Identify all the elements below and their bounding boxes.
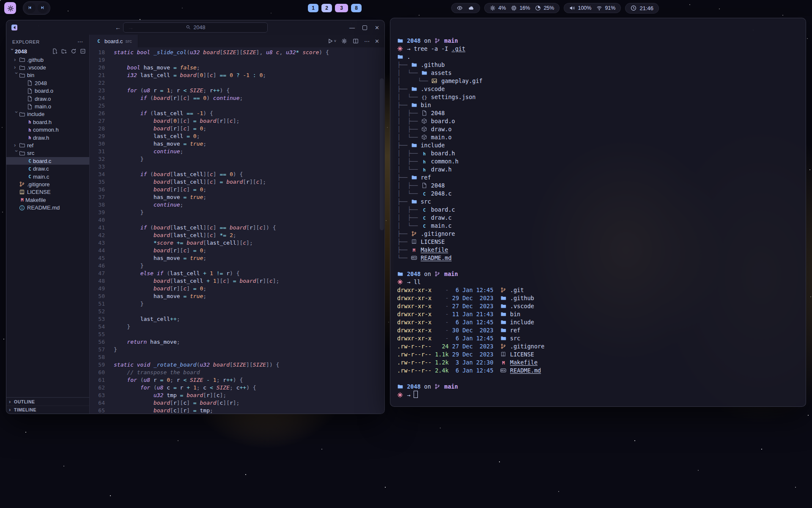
- line-number[interactable]: 48: [90, 277, 105, 285]
- code-line[interactable]: board[c][r] = tmp;: [114, 407, 329, 414]
- code-line[interactable]: has_move = true;: [114, 293, 329, 300]
- code-line[interactable]: [114, 56, 329, 64]
- code-line[interactable]: has_move = true;: [114, 193, 329, 201]
- explorer-item-draw.c[interactable]: Cdraw.c: [6, 165, 89, 172]
- code-line[interactable]: if (board[r][c] == 0) continue;: [114, 94, 329, 102]
- code-line[interactable]: board[last_cell + 1][c] = board[r][c];: [114, 277, 329, 285]
- weather-widget[interactable]: [451, 3, 480, 13]
- new-folder-button[interactable]: [61, 48, 67, 54]
- split-editor-button[interactable]: [353, 38, 359, 44]
- close-button[interactable]: ✕: [375, 25, 379, 31]
- line-number[interactable]: 60: [90, 369, 105, 376]
- code-line[interactable]: [114, 353, 329, 361]
- code-line[interactable]: }: [114, 209, 329, 216]
- code-line[interactable]: *score += board[last_cell][c];: [114, 239, 329, 247]
- line-number[interactable]: 41: [90, 224, 105, 232]
- line-number[interactable]: 64: [90, 399, 105, 407]
- line-number[interactable]: 32: [90, 155, 105, 163]
- code-line[interactable]: for (u8 r = 0; r < SIZE - 1; r++) {: [114, 376, 329, 384]
- code-line[interactable]: last_cell = 0;: [114, 133, 329, 140]
- line-number[interactable]: 37: [90, 193, 105, 201]
- line-number[interactable]: 20: [90, 64, 105, 72]
- line-number[interactable]: 31: [90, 148, 105, 155]
- line-number[interactable]: 58: [90, 353, 105, 361]
- line-number[interactable]: 29: [90, 133, 105, 140]
- code-line[interactable]: else if (last_cell + 1 != r) {: [114, 270, 329, 277]
- collapse-folders-button[interactable]: [80, 48, 86, 54]
- code-line[interactable]: has_move = true;: [114, 140, 329, 148]
- terminal-window[interactable]: 2048 on main → tree -a -I .git .├── .git…: [390, 18, 806, 407]
- code-line[interactable]: [114, 163, 329, 171]
- explorer-root-folder[interactable]: › 2048: [6, 47, 89, 55]
- workspace-3-active[interactable]: 3: [335, 4, 348, 12]
- clock-widget[interactable]: 21:46: [625, 3, 659, 14]
- code-line[interactable]: u32 tmp = board[r][c];: [114, 392, 329, 399]
- line-number[interactable]: 36: [90, 186, 105, 193]
- workspace-1[interactable]: 1: [308, 4, 318, 12]
- code-line[interactable]: [114, 102, 329, 110]
- line-number[interactable]: 55: [90, 331, 105, 338]
- line-number[interactable]: 57: [90, 346, 105, 353]
- line-number[interactable]: 45: [90, 254, 105, 262]
- code-editor[interactable]: 1819202122232425262728293031323334353637…: [90, 47, 384, 414]
- timeline-section[interactable]: › TIMELINE: [6, 406, 89, 414]
- code-line[interactable]: board[0][c] = board[r][c];: [114, 117, 329, 125]
- line-number[interactable]: 54: [90, 323, 105, 331]
- line-number[interactable]: 43: [90, 239, 105, 247]
- line-number[interactable]: 52: [90, 308, 105, 315]
- code-line[interactable]: board[last_cell][c] *= 2;: [114, 232, 329, 239]
- line-number[interactable]: 46: [90, 262, 105, 270]
- line-number[interactable]: 56: [90, 338, 105, 346]
- line-number[interactable]: 61: [90, 376, 105, 384]
- terminal-link[interactable]: Makefile: [510, 359, 538, 366]
- code-line[interactable]: board[r][c] = 0;: [114, 125, 329, 133]
- line-number[interactable]: 23: [90, 87, 105, 94]
- explorer-more-button[interactable]: ⋯: [77, 39, 83, 45]
- line-number[interactable]: 27: [90, 117, 105, 125]
- code-line[interactable]: i32 last_cell = board[0][c] == 0 ? -1 : …: [114, 72, 329, 79]
- code-line[interactable]: }: [114, 323, 329, 331]
- line-number[interactable]: 26: [90, 110, 105, 117]
- code-line[interactable]: continue;: [114, 201, 329, 209]
- minimize-button[interactable]: —: [349, 25, 355, 31]
- code-line[interactable]: [114, 79, 329, 87]
- explorer-item-2048[interactable]: 2048: [6, 79, 89, 87]
- code-line[interactable]: }: [114, 262, 329, 270]
- command-center-search-input[interactable]: 2048: [123, 22, 268, 33]
- tab-board.c[interactable]: C board.c src: [90, 35, 138, 47]
- terminal-link[interactable]: README.md: [421, 254, 452, 261]
- line-number[interactable]: 39: [90, 209, 105, 216]
- code-line[interactable]: board[r][c] = 0;: [114, 186, 329, 193]
- explorer-item-LICENSE[interactable]: LICENSE: [6, 188, 89, 196]
- code-line[interactable]: bool has_move = false;: [114, 64, 329, 72]
- line-number[interactable]: 25: [90, 102, 105, 110]
- run-file-button[interactable]: ˅: [327, 38, 336, 44]
- code-line[interactable]: static void _rotate_board(u32 board[SIZE…: [114, 361, 329, 369]
- line-number[interactable]: 28: [90, 125, 105, 133]
- code-line[interactable]: has_move = true;: [114, 254, 329, 262]
- line-number[interactable]: 22: [90, 79, 105, 87]
- code-line[interactable]: board[last_cell][c] = board[r][c];: [114, 178, 329, 186]
- line-number[interactable]: 59: [90, 361, 105, 369]
- refresh-explorer-button[interactable]: [71, 48, 77, 54]
- explorer-item-common.h[interactable]: hcommon.h: [6, 126, 89, 134]
- explorer-item-main.o[interactable]: main.o: [6, 102, 89, 110]
- code-line[interactable]: }: [114, 300, 329, 308]
- explorer-item-main.c[interactable]: Cmain.c: [6, 173, 89, 180]
- explorer-item-board.h[interactable]: hboard.h: [6, 118, 89, 126]
- code-line[interactable]: continue;: [114, 148, 329, 155]
- line-number[interactable]: 34: [90, 171, 105, 178]
- explorer-item-board.o[interactable]: board.o: [6, 87, 89, 95]
- code-line[interactable]: [114, 308, 329, 315]
- nav-back-button[interactable]: ←: [115, 24, 121, 31]
- line-number[interactable]: 50: [90, 293, 105, 300]
- code-line[interactable]: [114, 331, 329, 338]
- line-number[interactable]: 44: [90, 247, 105, 254]
- code-line[interactable]: if (board[last_cell][c] == 0) {: [114, 171, 329, 178]
- line-number[interactable]: 33: [90, 163, 105, 171]
- code-line[interactable]: if (last_cell == -1) {: [114, 110, 329, 117]
- line-number[interactable]: 63: [90, 392, 105, 399]
- line-number[interactable]: 19: [90, 56, 105, 64]
- line-number[interactable]: 38: [90, 201, 105, 209]
- line-number[interactable]: 42: [90, 232, 105, 239]
